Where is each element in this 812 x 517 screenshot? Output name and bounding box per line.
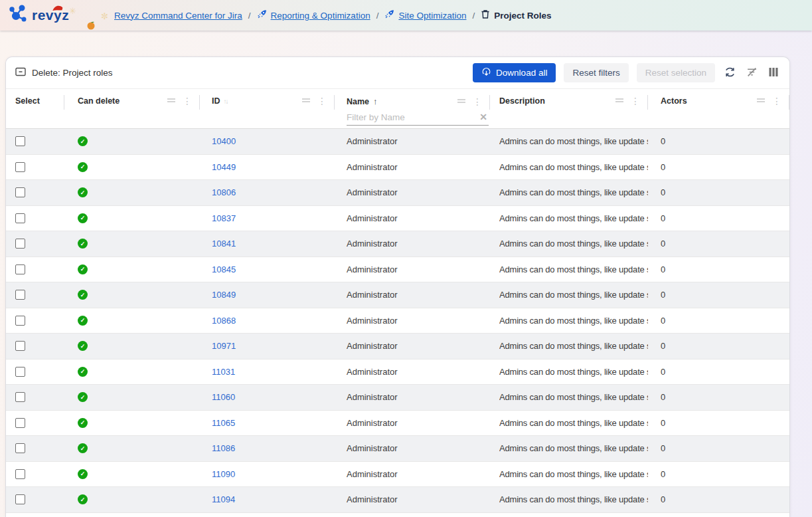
page-body: Delete: Project roles Download all Reset… (0, 31, 812, 517)
id-cell: 11031 (200, 360, 335, 385)
description-cell: Admins can do most things, like update s… (490, 231, 648, 257)
select-cell (6, 462, 64, 487)
actors-cell: 0 (648, 206, 789, 231)
description-cell: Admins can do most things, like update s… (490, 308, 648, 334)
name-cell: Administrator (335, 180, 490, 205)
revyz-logo[interactable]: revyz ✳ ✼ (8, 3, 106, 27)
id-link[interactable]: 10845 (212, 264, 236, 274)
id-link[interactable]: 10868 (212, 316, 236, 326)
can-delete-cell: ✓ (64, 385, 200, 410)
column-more-icon[interactable]: ⋮ (631, 98, 640, 104)
description-text: Admins can do most things, like update s… (499, 239, 648, 249)
can-delete-cell: ✓ (64, 180, 200, 205)
row-checkbox[interactable] (15, 136, 25, 146)
columns-button[interactable] (767, 66, 780, 80)
description-text: Admins can do most things, like update s… (499, 264, 648, 274)
breadcrumb-link-command-center[interactable]: Revyz Command Center for Jira (114, 11, 242, 21)
reset-filters-button[interactable]: Reset filters (564, 63, 628, 82)
row-checkbox[interactable] (15, 187, 25, 197)
id-link[interactable]: 10971 (212, 341, 236, 351)
row-checkbox[interactable] (15, 162, 25, 172)
column-label-actors: Actors (661, 96, 687, 106)
description-text: Admins can do most things, like update s… (499, 392, 648, 402)
id-link[interactable]: 11086 (212, 443, 235, 453)
column-menu-icon[interactable] (615, 96, 624, 106)
row-checkbox[interactable] (15, 469, 25, 479)
row-checkbox[interactable] (15, 341, 25, 351)
row-checkbox[interactable] (15, 443, 25, 453)
trash-icon (481, 9, 490, 21)
column-menu-icon[interactable] (756, 96, 766, 106)
id-link[interactable]: 11060 (212, 392, 235, 402)
select-cell (6, 308, 64, 334)
name-cell: Administrator (335, 257, 490, 282)
check-circle-icon: ✓ (78, 290, 88, 300)
column-header-id[interactable]: ID ↑↓ ⋮ (200, 89, 335, 128)
name-cell: Administrator (335, 282, 490, 308)
column-header-name[interactable]: Name ↑ ⋮ ✕ (335, 89, 490, 128)
description-text: Admins can do most things, like update s… (499, 290, 648, 300)
table-row: ✓ 10971 Administrator Admins can do most… (6, 334, 789, 360)
clear-filters-button[interactable] (745, 65, 759, 81)
id-link[interactable]: 10849 (212, 290, 236, 300)
id-link[interactable]: 10841 (212, 239, 236, 249)
id-link[interactable]: 11065 (212, 418, 235, 428)
column-menu-icon[interactable] (301, 96, 311, 106)
breadcrumb-item-project-roles: Project Roles (481, 9, 551, 21)
id-link[interactable]: 10837 (212, 213, 236, 223)
download-all-button[interactable]: Download all (473, 63, 556, 82)
id-cell: 10849 (200, 282, 335, 308)
row-checkbox[interactable] (15, 392, 25, 402)
id-link[interactable]: 11094 (212, 494, 235, 504)
row-checkbox[interactable] (15, 367, 25, 377)
column-more-icon[interactable]: ⋮ (772, 98, 781, 104)
column-more-icon[interactable]: ⋮ (473, 98, 482, 105)
table-row: ✓ 11090 Administrator Admins can do most… (6, 462, 789, 488)
actors-cell: 0 (648, 334, 789, 359)
row-checkbox[interactable] (15, 418, 25, 428)
column-header-actors: Actors ⋮ (648, 89, 789, 128)
actors-cell: 0 (648, 231, 789, 257)
molecule-icon (8, 3, 28, 27)
description-text: Admins can do most things, like update s… (499, 418, 648, 428)
row-checkbox[interactable] (15, 316, 25, 326)
row-checkbox[interactable] (15, 213, 25, 223)
breadcrumb-link-reporting[interactable]: Reporting & Optimization (271, 11, 370, 21)
id-link[interactable]: 11090 (212, 469, 235, 479)
description-cell: Admins can do most things, like update s… (490, 257, 648, 282)
column-more-icon[interactable]: ⋮ (317, 98, 327, 104)
id-link[interactable]: 10449 (212, 162, 236, 172)
column-more-icon[interactable]: ⋮ (183, 98, 192, 104)
actors-cell: 0 (648, 155, 789, 180)
clear-filter-icon[interactable]: ✕ (479, 112, 487, 122)
table-title-text: Delete: Project roles (32, 68, 113, 78)
sparkle-icon: ✼ (101, 11, 108, 21)
can-delete-cell: ✓ (64, 155, 200, 180)
check-circle-icon: ✓ (78, 367, 88, 377)
name-filter: ✕ (347, 111, 489, 126)
check-circle-icon: ✓ (78, 341, 88, 351)
reset-selection-button[interactable]: Reset selection (637, 63, 715, 82)
description-text: Admins can do most things, like update s… (499, 469, 648, 479)
column-label-can-delete: Can delete (78, 96, 120, 106)
row-checkbox[interactable] (15, 494, 25, 504)
id-link[interactable]: 11031 (212, 367, 235, 377)
sparkle-icon: ✳ (69, 6, 76, 16)
refresh-button[interactable] (723, 65, 737, 81)
name-filter-input[interactable] (347, 111, 489, 125)
column-menu-icon[interactable] (457, 97, 466, 106)
can-delete-cell: ✓ (64, 231, 200, 257)
can-delete-cell: ✓ (64, 334, 200, 359)
column-menu-icon[interactable] (167, 96, 176, 106)
row-checkbox[interactable] (15, 264, 25, 274)
row-checkbox[interactable] (15, 290, 25, 300)
id-link[interactable]: 10400 (212, 136, 236, 146)
id-cell: 10400 (200, 129, 335, 154)
breadcrumb-link-site-optimization[interactable]: Site Optimization (398, 11, 466, 21)
actors-cell: 0 (648, 487, 789, 512)
id-cell: 11086 (200, 436, 335, 461)
row-checkbox[interactable] (15, 239, 25, 249)
download-all-label: Download all (496, 68, 547, 78)
id-link[interactable]: 10806 (212, 187, 236, 197)
description-text: Admins can do most things, like update s… (499, 443, 648, 453)
